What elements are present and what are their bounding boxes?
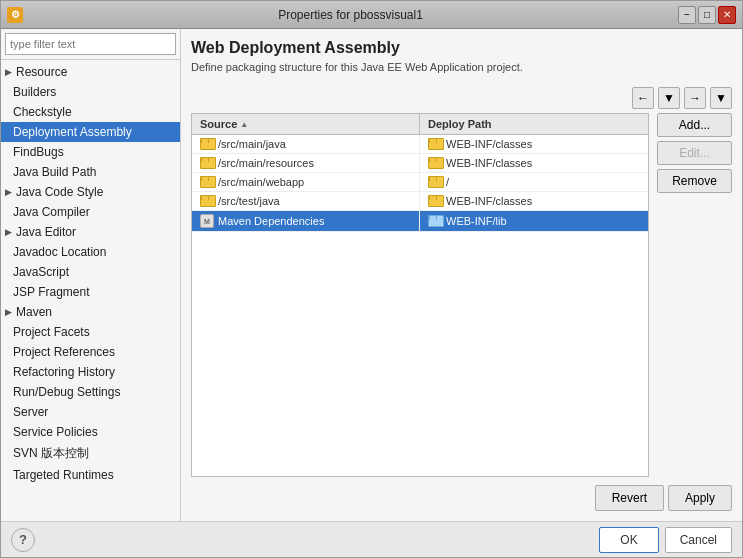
ok-button[interactable]: OK — [599, 527, 658, 553]
sidebar-item-label: Project References — [13, 345, 115, 359]
sidebar-item-label: FindBugs — [13, 145, 64, 159]
expand-arrow-icon: ▶ — [5, 187, 12, 197]
sidebar-item-label: JavaScript — [13, 265, 69, 279]
window-controls: − □ ✕ — [678, 6, 736, 24]
deploy-cell: WEB-INF/lib — [420, 211, 648, 231]
deploy-text: / — [446, 176, 449, 188]
panel-header: Web Deployment Assembly Define packaging… — [191, 39, 732, 81]
cancel-button[interactable]: Cancel — [665, 527, 732, 553]
sort-arrow-icon: ▲ — [240, 120, 248, 129]
sidebar-item-builders[interactable]: Builders — [1, 82, 180, 102]
panel-toolbar: ← ▼ → ▼ — [191, 87, 732, 109]
sidebar-item-java-editor[interactable]: ▶Java Editor — [1, 222, 180, 242]
sidebar-item-label: Java Build Path — [13, 165, 96, 179]
sidebar-item-java-code-style[interactable]: ▶Java Code Style — [1, 182, 180, 202]
col-deploy-header: Deploy Path — [420, 114, 648, 134]
sidebar-item-label: Javadoc Location — [13, 245, 106, 259]
table-row[interactable]: /src/test/javaWEB-INF/classes — [192, 192, 648, 211]
sidebar-item-label: Java Editor — [16, 225, 76, 239]
sidebar-item-findbugs[interactable]: FindBugs — [1, 142, 180, 162]
table-row[interactable]: /src/main/resourcesWEB-INF/classes — [192, 154, 648, 173]
sidebar-item-jsp-fragment[interactable]: JSP Fragment — [1, 282, 180, 302]
action-buttons: Add... Edit... Remove — [657, 113, 732, 477]
revert-button[interactable]: Revert — [595, 485, 664, 511]
window-title: Properties for pbossvisual1 — [23, 8, 678, 22]
sidebar-item-label: JSP Fragment — [13, 285, 89, 299]
sidebar-item-javadoc-location[interactable]: Javadoc Location — [1, 242, 180, 262]
sidebar-item-deployment-assembly[interactable]: Deployment Assembly — [1, 122, 180, 142]
deploy-text: WEB-INF/classes — [446, 157, 532, 169]
deploy-text: WEB-INF/classes — [446, 138, 532, 150]
source-text: /src/main/java — [218, 138, 286, 150]
dropdown-button[interactable]: ▼ — [658, 87, 680, 109]
source-text: /src/main/webapp — [218, 176, 304, 188]
sidebar-item-server[interactable]: Server — [1, 402, 180, 422]
deploy-cell: WEB-INF/classes — [420, 135, 648, 153]
panel-description: Define packaging structure for this Java… — [191, 61, 732, 73]
sidebar-item-java-build-path[interactable]: Java Build Path — [1, 162, 180, 182]
sidebar-item-checkstyle[interactable]: Checkstyle — [1, 102, 180, 122]
sidebar-item-resource[interactable]: ▶Resource — [1, 62, 180, 82]
filter-input[interactable] — [5, 33, 176, 55]
sidebar-item-label: Resource — [16, 65, 67, 79]
sidebar-item-refactoring-history[interactable]: Refactoring History — [1, 362, 180, 382]
dropdown2-button[interactable]: ▼ — [710, 87, 732, 109]
help-button[interactable]: ? — [11, 528, 35, 552]
add-button[interactable]: Add... — [657, 113, 732, 137]
expand-arrow-icon: ▶ — [5, 307, 12, 317]
table-row[interactable]: /src/main/javaWEB-INF/classes — [192, 135, 648, 154]
table-area: Source ▲ Deploy Path /src/main/javaWEB-I… — [191, 113, 732, 477]
back-button[interactable]: ← — [632, 87, 654, 109]
sidebar-item-svn[interactable]: SVN 版本控制 — [1, 442, 180, 465]
sidebar-item-maven[interactable]: ▶Maven — [1, 302, 180, 322]
source-cell: /src/main/resources — [192, 154, 420, 172]
sidebar-item-javascript[interactable]: JavaScript — [1, 262, 180, 282]
folder-icon — [200, 176, 214, 188]
nav-list: ▶ResourceBuildersCheckstyleDeployment As… — [1, 60, 180, 521]
sidebar-item-label: Run/Debug Settings — [13, 385, 120, 399]
sidebar-item-project-facets[interactable]: Project Facets — [1, 322, 180, 342]
maximize-button[interactable]: □ — [698, 6, 716, 24]
window-footer: ? OK Cancel — [1, 521, 742, 557]
apply-button[interactable]: Apply — [668, 485, 732, 511]
deploy-folder-icon — [428, 195, 442, 207]
forward-button[interactable]: → — [684, 87, 706, 109]
table-row[interactable]: MMaven DependenciesWEB-INF/lib — [192, 211, 648, 232]
bottom-right: Revert Apply — [595, 485, 732, 511]
deploy-folder-icon — [428, 176, 442, 188]
nav-buttons: ← ▼ → ▼ — [632, 87, 732, 109]
filter-box — [1, 29, 180, 60]
sidebar: ▶ResourceBuildersCheckstyleDeployment As… — [1, 29, 181, 521]
col-source-header: Source ▲ — [192, 114, 420, 134]
sidebar-item-run-debug-settings[interactable]: Run/Debug Settings — [1, 382, 180, 402]
sidebar-item-label: Service Policies — [13, 425, 98, 439]
sidebar-item-label: Deployment Assembly — [13, 125, 132, 139]
title-bar: ⚙ Properties for pbossvisual1 − □ ✕ — [1, 1, 742, 29]
sidebar-item-label: Refactoring History — [13, 365, 115, 379]
table-row[interactable]: /src/main/webapp/ — [192, 173, 648, 192]
deploy-folder-icon — [428, 157, 442, 169]
right-panel: Web Deployment Assembly Define packaging… — [181, 29, 742, 521]
deploy-cell: / — [420, 173, 648, 191]
source-text: /src/main/resources — [218, 157, 314, 169]
deploy-folder-icon — [428, 215, 442, 227]
sidebar-item-project-references[interactable]: Project References — [1, 342, 180, 362]
sidebar-item-label: Targeted Runtimes — [13, 468, 114, 482]
remove-button[interactable]: Remove — [657, 169, 732, 193]
sidebar-item-java-compiler[interactable]: Java Compiler — [1, 202, 180, 222]
sidebar-item-label: Maven — [16, 305, 52, 319]
source-cell: /src/test/java — [192, 192, 420, 210]
source-cell: /src/main/webapp — [192, 173, 420, 191]
close-button[interactable]: ✕ — [718, 6, 736, 24]
ok-cancel-area: OK Cancel — [599, 527, 732, 553]
edit-button[interactable]: Edit... — [657, 141, 732, 165]
minimize-button[interactable]: − — [678, 6, 696, 24]
deploy-text: WEB-INF/lib — [446, 215, 507, 227]
sidebar-item-targeted-runtimes[interactable]: Targeted Runtimes — [1, 465, 180, 485]
source-cell: /src/main/java — [192, 135, 420, 153]
deploy-folder-icon — [428, 138, 442, 150]
source-text: /src/test/java — [218, 195, 280, 207]
sidebar-item-label: Checkstyle — [13, 105, 72, 119]
sidebar-item-label: Project Facets — [13, 325, 90, 339]
sidebar-item-service-policies[interactable]: Service Policies — [1, 422, 180, 442]
